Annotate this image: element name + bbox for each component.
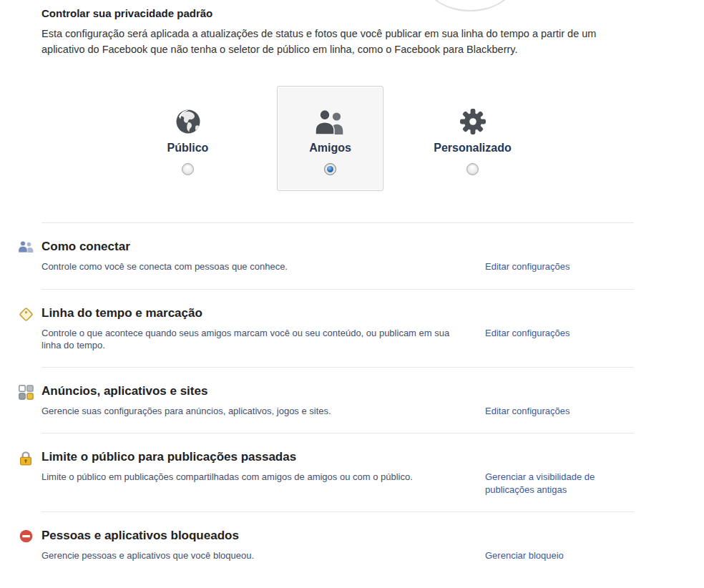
section-description: Limite o público em publicações comparti… bbox=[41, 471, 471, 483]
section-anuncios-aplicativos: Anúncios, aplicativos e sites Gerencie s… bbox=[41, 367, 634, 433]
manage-old-posts-link[interactable]: Gerenciar a visibilidade de publicações … bbox=[485, 471, 617, 496]
section-como-conectar: Como conectar Controle como você se cone… bbox=[41, 222, 634, 289]
friends-small-icon bbox=[17, 240, 34, 253]
privacy-option-label: Personalizado bbox=[434, 142, 511, 155]
page-title: Controlar sua privacidade padrão bbox=[41, 7, 704, 19]
settings-sections-list: Como conectar Controle como você se cone… bbox=[41, 222, 634, 578]
section-description: Controle o que acontece quando seus amig… bbox=[41, 327, 471, 351]
privacy-radio-personalizado[interactable] bbox=[466, 163, 479, 175]
page-description: Esta configuração será aplicada a atuali… bbox=[41, 26, 610, 57]
block-icon bbox=[17, 529, 34, 543]
section-description: Gerencie pessoas e aplicativos que você … bbox=[41, 549, 471, 562]
privacy-option-amigos[interactable]: Amigos bbox=[277, 86, 383, 191]
section-title: Pessoas e aplicativos bloqueados bbox=[41, 529, 634, 543]
section-title: Limite o público para publicações passad… bbox=[41, 450, 634, 464]
privacy-option-label: Público bbox=[167, 142, 209, 155]
section-title: Linha do tempo e marcação bbox=[41, 306, 634, 320]
section-description: Gerencie suas configurações para anúncio… bbox=[41, 405, 471, 417]
privacy-option-label: Amigos bbox=[309, 142, 351, 155]
privacy-radio-publico[interactable] bbox=[182, 163, 194, 175]
globe-icon bbox=[174, 105, 202, 138]
section-title: Como conectar bbox=[41, 240, 634, 254]
privacy-option-publico[interactable]: Público bbox=[135, 86, 241, 191]
privacy-option-personalizado[interactable]: Personalizado bbox=[419, 86, 526, 191]
edit-settings-link[interactable]: Editar configurações bbox=[485, 260, 617, 273]
gear-icon bbox=[459, 105, 487, 138]
privacy-settings-page: Controlar sua privacidade padrão Esta co… bbox=[0, 0, 704, 191]
section-linha-do-tempo: Linha do tempo e marcação Controle o que… bbox=[41, 289, 634, 367]
section-description: Controle como você se conecta com pessoa… bbox=[41, 260, 471, 273]
tag-icon bbox=[17, 307, 34, 322]
edit-settings-link[interactable]: Editar configurações bbox=[485, 405, 617, 418]
manage-blocking-link[interactable]: Gerenciar bloqueio bbox=[485, 549, 617, 562]
privacy-radio-amigos[interactable] bbox=[324, 163, 336, 175]
friends-icon bbox=[314, 105, 347, 138]
section-bloqueados: Pessoas e aplicativos bloqueados Gerenci… bbox=[41, 511, 634, 578]
apps-icon bbox=[17, 385, 34, 400]
default-privacy-options: Público Amigos bbox=[117, 86, 704, 191]
section-limite-publico: Limite o público para publicações passad… bbox=[41, 433, 634, 511]
lock-icon bbox=[17, 451, 34, 466]
section-title: Anúncios, aplicativos e sites bbox=[41, 384, 634, 398]
edit-settings-link[interactable]: Editar configurações bbox=[485, 327, 617, 340]
